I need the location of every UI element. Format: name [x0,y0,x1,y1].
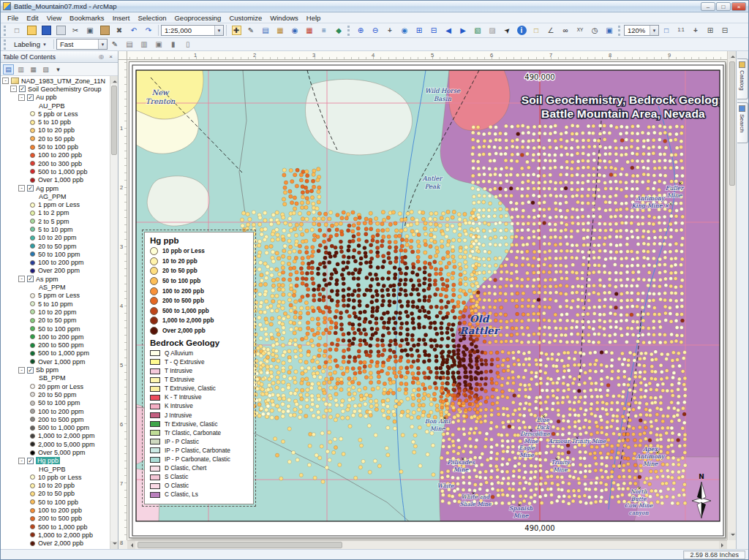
scrollbar-thumb[interactable] [138,542,342,548]
toc-scrollbar[interactable] [110,76,118,549]
arctoolbox-window-button[interactable]: ▦ [302,24,317,37]
label-manager-button[interactable]: ✎ [108,39,122,50]
maximize-button[interactable]: □ [716,2,731,11]
map-legend[interactable]: Hg ppb 10 ppb or Less10 to 20 ppb20 to 5… [144,232,254,504]
toc-class[interactable]: 5 to 10 ppm [1,300,110,308]
identify-button[interactable]: i [514,24,529,37]
editor-toolbar-button[interactable]: ✎ [244,24,258,37]
minimize-button[interactable]: – [701,2,715,11]
pause-labeling-button[interactable]: ▮ [166,39,181,50]
fixed-zoom-in-button[interactable]: ⊞ [412,24,426,37]
chevron-down-icon[interactable]: ▼ [98,39,107,49]
fixed-zoom-out-button[interactable]: ⊟ [426,24,441,37]
menu-windows[interactable]: Windows [266,13,302,23]
toc-class[interactable]: 20 ppm or Less [1,382,110,390]
label-engine-combo[interactable]: Fast ▼ [56,39,108,50]
toc-class[interactable]: 20 to 50 ppb [1,135,110,143]
toc-class[interactable]: 5 to 10 ppb [1,118,110,126]
map-scale-value[interactable]: 1:25,000 [165,26,212,34]
table-of-contents-window-button[interactable]: ▤ [258,24,273,37]
toc-group[interactable]: -✓Soil Geochemistry Group [1,85,110,93]
toc-class[interactable]: Over 1,000 ppb [1,176,110,184]
modelbuilder-window-button[interactable]: ◆ [331,24,346,37]
toc-class[interactable]: 200 to 500 ppm [1,341,110,349]
label-weight-ranking-button[interactable]: ▥ [137,39,151,50]
toc-class[interactable]: 1,000 to 2,000 ppm [1,432,110,440]
toc-class[interactable]: 500 to 1,000 ppb [1,167,110,175]
collapse-toggle-icon[interactable]: - [2,77,9,84]
visibility-checkbox[interactable]: ✓ [27,276,34,282]
toc-field-as-ppm[interactable]: AS_PPM [1,283,110,291]
new-map-button[interactable]: □ [10,24,24,37]
toc-class[interactable]: 100 to 200 ppm [1,407,110,415]
print-button[interactable] [53,24,68,37]
toolbar-grip[interactable] [618,26,622,36]
zoom-100-percent-button[interactable]: 1:1 [674,24,688,37]
select-elements-button[interactable]: ➤ [500,24,514,37]
menu-edit[interactable]: Edit [23,13,42,23]
find-button[interactable]: ∞ [558,24,573,37]
toc-field-hg-ppb[interactable]: HG_PPB [1,465,110,473]
scroll-right-icon[interactable] [719,541,727,549]
toc-class[interactable]: 20 to 50 ppb [1,490,110,498]
redo-button[interactable]: ↷ [141,24,156,37]
menu-customize[interactable]: Customize [225,13,266,23]
toc-class[interactable]: 20 to 50 ppm [1,242,110,250]
visibility-checkbox[interactable]: ✓ [27,185,34,192]
zoom-whole-page-button[interactable]: □ [659,24,674,37]
visibility-checkbox[interactable]: ✓ [27,458,34,464]
toc-class[interactable]: 5 ppm or Less [1,292,110,300]
scroll-up-icon[interactable] [110,76,118,84]
scrollbar-thumb[interactable] [111,86,117,155]
layer-name[interactable]: Au ppb [36,94,57,101]
toc-class[interactable]: 50 to 100 ppm [1,399,110,407]
catalog-window-button[interactable]: ▦ [273,24,287,37]
lock-labels-button[interactable]: ▣ [151,39,166,50]
collapse-toggle-icon[interactable]: - [18,276,25,282]
toc-class[interactable]: 5 to 10 ppm [1,225,110,233]
toc-class[interactable]: 10 to 20 ppb [1,482,110,490]
clear-selected-features-button[interactable]: ▨ [485,24,500,37]
scroll-up-icon[interactable] [729,51,736,59]
chevron-down-icon[interactable]: ▼ [214,26,223,35]
cut-button[interactable]: ✂ [68,24,83,37]
toc-class[interactable]: 100 to 200 ppm [1,333,110,341]
toc-class[interactable]: 2,000 to 5,000 ppm [1,440,110,448]
toc-class[interactable]: 1 ppm or Less [1,200,110,208]
add-data-button[interactable]: ✚ [229,24,244,37]
close-icon[interactable]: × [106,53,116,61]
toolbar-grip[interactable] [347,26,351,36]
toc-dataframe[interactable]: -NAD_1983_UTM_Zone_11N [1,77,110,85]
search-tab[interactable]: Search [737,102,748,143]
toc-field-au-ppb[interactable]: AU_PPB [1,102,110,110]
menu-geoprocessing[interactable]: Geoprocessing [170,13,225,23]
toc-class[interactable]: Over 200 ppm [1,267,110,275]
toc-class[interactable]: 1,000 to 2,000 ppb [1,531,110,539]
undo-button[interactable]: ↶ [127,24,141,37]
map-viewport[interactable]: ××××××××××××NewTrentonWild HorseBasinAnt… [127,60,727,540]
menu-bookmarks[interactable]: Bookmarks [66,13,108,23]
toc-layer-ag-ppm[interactable]: -✓Ag ppm [1,184,110,192]
forward-extent-button[interactable]: ▶ [456,24,470,37]
fixed-zoom-in-layout-button[interactable]: ⊞ [703,24,718,37]
toc-class[interactable]: 5 ppb or Less [1,110,110,118]
scroll-down-icon[interactable] [110,541,118,549]
layout-zoom-combo[interactable]: 120% ▼ [624,25,659,36]
toc-class[interactable]: 200 to 300 ppb [1,159,110,167]
toc-class[interactable]: 20 to 50 ppm [1,317,110,325]
toc-class[interactable]: 10 to 20 ppm [1,308,110,316]
collapse-toggle-icon[interactable]: - [18,458,25,464]
list-by-visibility-button[interactable]: ▦ [28,64,39,75]
toc-class[interactable]: 500 to 1,000 ppb [1,523,110,531]
toc-class[interactable]: 1 to 2 ppm [1,209,110,217]
toc-class[interactable]: 50 to 100 ppb [1,143,110,151]
catalog-tab[interactable]: Catalog [737,58,748,99]
layer-name[interactable]: Hg ppb [36,457,60,464]
menu-insert[interactable]: Insert [109,13,134,23]
collapse-toggle-icon[interactable]: - [18,367,25,374]
map-vertical-scrollbar[interactable] [727,51,736,540]
search-window-button[interactable]: ◉ [287,24,302,37]
zoom-in-button[interactable]: ⊕ [353,24,368,37]
open-button[interactable] [24,24,39,37]
toc-class[interactable]: 2 to 5 ppm [1,217,110,225]
